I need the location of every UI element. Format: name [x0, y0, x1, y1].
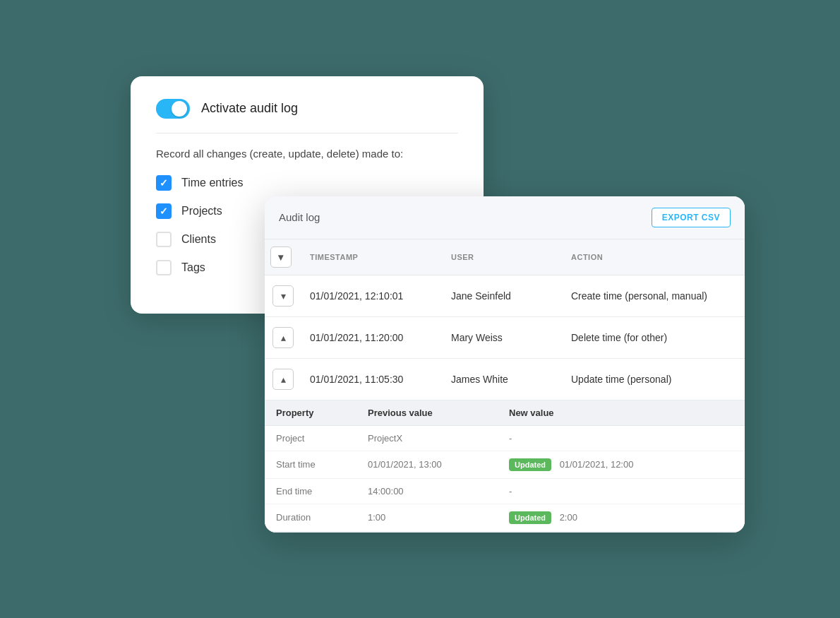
detail-new-project: - [498, 425, 745, 451]
list-item: Start time 01/01/2021, 13:00 Updated 01/… [265, 451, 745, 478]
expanded-detail-cell: Property Previous value New value Projec… [265, 400, 745, 532]
checkbox-label-time-entries: Time entries [181, 177, 243, 189]
detail-new-end-time: - [498, 478, 745, 504]
detail-new-duration: Updated 2:00 [498, 504, 745, 531]
audit-log-toggle[interactable] [156, 99, 190, 119]
row1-expand-cell: ▾ [265, 275, 301, 316]
detail-th-new: New value [498, 400, 745, 426]
checkbox-projects[interactable] [156, 203, 172, 219]
detail-property-project: Project [265, 425, 356, 451]
row1-action: Create time (personal, manual) [563, 275, 745, 316]
row2-expand-cell: ▴ [265, 316, 301, 358]
detail-new-start-time-value: 01/01/2021, 12:00 [560, 459, 634, 470]
settings-title: Activate audit log [201, 101, 298, 116]
row2-action: Delete time (for other) [563, 316, 745, 358]
checkbox-label-projects: Projects [181, 205, 222, 218]
row3-expand-btn[interactable]: ▴ [272, 369, 294, 390]
th-timestamp: TIMESTAMP [301, 239, 443, 275]
checkbox-label-clients: Clients [181, 233, 216, 246]
checkbox-tags[interactable] [156, 260, 172, 275]
detail-th-previous: Previous value [356, 400, 498, 426]
checkbox-clients[interactable] [156, 232, 172, 247]
detail-property-duration: Duration [265, 504, 356, 531]
th-action: ACTION [563, 239, 745, 275]
th-expand: ▾ [265, 239, 301, 275]
detail-prev-end-time: 14:00:00 [356, 478, 498, 504]
detail-prev-duration: 1:00 [356, 504, 498, 531]
audit-table-header-row: ▾ TIMESTAMP USER ACTION [265, 239, 745, 275]
th-user: USER [443, 239, 563, 275]
list-item: End time 14:00:00 - [265, 478, 745, 504]
audit-log-header: Audit log EXPORT CSV [265, 196, 745, 239]
row2-user: Mary Weiss [443, 316, 563, 358]
row3-user: James White [443, 358, 563, 400]
row1-timestamp: 01/01/2021, 12:10:01 [301, 275, 443, 316]
detail-prev-project: ProjectX [356, 425, 498, 451]
row3-action: Update time (personal) [563, 358, 745, 400]
checkbox-time-entries[interactable] [156, 175, 172, 191]
detail-header-row: Property Previous value New value [265, 400, 745, 426]
updated-badge-start-time: Updated [509, 458, 551, 471]
updated-badge-duration: Updated [509, 511, 551, 524]
row2-expand-btn[interactable]: ▴ [272, 327, 294, 348]
row2-timestamp: 01/01/2021, 11:20:00 [301, 316, 443, 358]
table-row: ▾ 01/01/2021, 12:10:01 Jane Seinfeld Cre… [265, 275, 745, 316]
row3-timestamp: 01/01/2021, 11:05:30 [301, 358, 443, 400]
settings-description: Record all changes (create, update, dele… [156, 148, 458, 160]
detail-property-end-time: End time [265, 478, 356, 504]
audit-log-title: Audit log [279, 211, 320, 223]
expanded-detail-row: Property Previous value New value Projec… [265, 400, 745, 532]
detail-th-property: Property [265, 400, 356, 426]
settings-header: Activate audit log [156, 99, 458, 119]
row1-user: Jane Seinfeld [443, 275, 563, 316]
detail-new-duration-value: 2:00 [560, 512, 577, 523]
checkbox-label-tags: Tags [181, 261, 205, 274]
header-expand-btn[interactable]: ▾ [270, 246, 292, 268]
row3-expand-cell: ▴ [265, 358, 301, 400]
checkbox-row-time-entries: Time entries [156, 175, 458, 191]
list-item: Duration 1:00 Updated 2:00 [265, 504, 745, 531]
detail-new-start-time: Updated 01/01/2021, 12:00 [498, 451, 745, 478]
audit-log-card: Audit log EXPORT CSV ▾ TIMESTAMP USER AC… [265, 196, 745, 533]
table-row: ▴ 01/01/2021, 11:20:00 Mary Weiss Delete… [265, 316, 745, 358]
list-item: Project ProjectX - [265, 425, 745, 451]
detail-table: Property Previous value New value Projec… [265, 400, 745, 532]
settings-divider [156, 133, 458, 133]
audit-log-table: ▾ TIMESTAMP USER ACTION ▾ 01/01/2021, 12… [265, 239, 745, 533]
detail-prev-start-time: 01/01/2021, 13:00 [356, 451, 498, 478]
export-csv-button[interactable]: EXPORT CSV [652, 208, 731, 227]
table-row: ▴ 01/01/2021, 11:05:30 James White Updat… [265, 358, 745, 400]
row1-expand-btn[interactable]: ▾ [272, 285, 294, 307]
detail-property-start-time: Start time [265, 451, 356, 478]
